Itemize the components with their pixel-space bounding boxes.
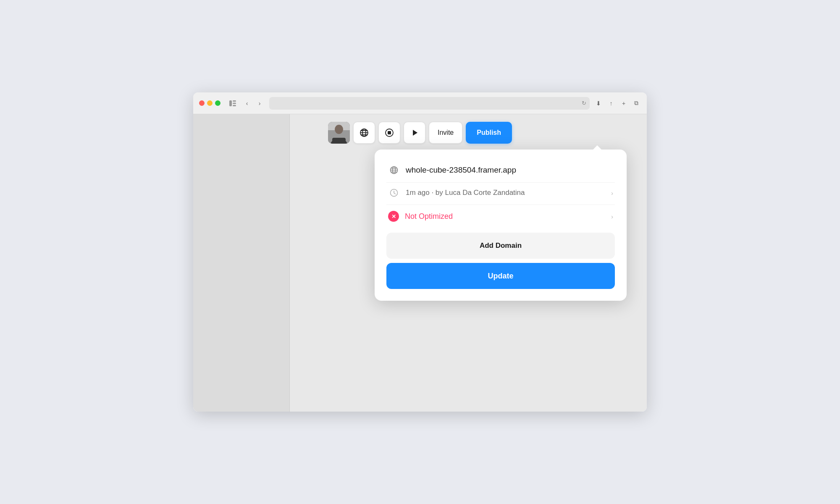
add-domain-button[interactable]: Add Domain [386, 233, 615, 259]
publish-label: Publish [477, 129, 501, 136]
close-button[interactable] [199, 100, 205, 106]
sidebar-toggle-icon[interactable] [228, 99, 237, 108]
address-bar[interactable]: ↻ [269, 97, 590, 110]
nav-buttons: ‹ › [242, 98, 265, 109]
avatar-image [328, 122, 350, 144]
history-chevron-icon: › [611, 189, 613, 197]
browser-window: ‹ › ↻ ⬇ ↑ + ⧉ [193, 92, 647, 412]
svg-rect-15 [388, 131, 391, 134]
history-text: 1m ago · by Luca Da Corte Zandatina [406, 189, 605, 197]
svg-rect-1 [233, 100, 236, 102]
not-optimized-label: Not Optimized [405, 212, 605, 221]
svg-rect-0 [229, 100, 232, 106]
error-x-icon: ✕ [391, 213, 396, 220]
svg-point-7 [335, 125, 343, 134]
update-button[interactable]: Update [386, 263, 615, 289]
new-tab-icon[interactable]: + [619, 99, 628, 108]
svg-rect-3 [233, 105, 236, 106]
maximize-button[interactable] [215, 100, 220, 106]
reload-icon[interactable]: ↻ [582, 100, 586, 106]
globe-button[interactable] [353, 122, 375, 144]
sidebar-panel [193, 114, 290, 412]
framer-toolbar: Invite Publish [328, 122, 512, 144]
divider-1 [386, 182, 615, 183]
history-row[interactable]: 1m ago · by Luca Da Corte Zandatina › [386, 184, 615, 205]
forward-button[interactable]: › [254, 98, 265, 109]
invite-label: Invite [438, 129, 454, 136]
tabs-icon[interactable]: ⧉ [632, 99, 641, 108]
error-circle-icon: ✕ [388, 211, 399, 222]
invite-button[interactable]: Invite [429, 122, 462, 144]
clock-icon [388, 189, 400, 197]
play-button[interactable] [404, 122, 425, 144]
title-bar: ‹ › ↻ ⬇ ↑ + ⧉ [193, 92, 647, 114]
publish-button[interactable]: Publish [466, 122, 512, 144]
svg-marker-16 [413, 130, 417, 136]
domain-globe-icon [388, 165, 400, 175]
domain-url: whole-cube-238504.framer.app [406, 165, 516, 175]
share-icon[interactable]: ↑ [606, 99, 616, 108]
publish-dropdown: whole-cube-238504.framer.app 1m ago · by… [375, 150, 627, 301]
title-bar-right: ⬇ ↑ + ⧉ [594, 99, 641, 108]
svg-rect-2 [233, 102, 236, 104]
divider-2 [386, 205, 615, 205]
domain-row: whole-cube-238504.framer.app [386, 161, 615, 182]
download-icon[interactable]: ⬇ [594, 99, 603, 108]
user-avatar[interactable] [328, 122, 350, 144]
update-label: Update [488, 272, 513, 281]
not-optimized-chevron-icon: › [611, 213, 613, 220]
browser-content: Invite Publish [193, 114, 647, 412]
back-button[interactable]: ‹ [242, 98, 252, 109]
dropdown-caret [593, 145, 601, 150]
traffic-lights [199, 100, 220, 106]
preview-button[interactable] [378, 122, 400, 144]
add-domain-label: Add Domain [480, 242, 522, 250]
minimize-button[interactable] [207, 100, 213, 106]
not-optimized-row[interactable]: ✕ Not Optimized › [386, 207, 615, 229]
svg-rect-9 [332, 138, 346, 144]
